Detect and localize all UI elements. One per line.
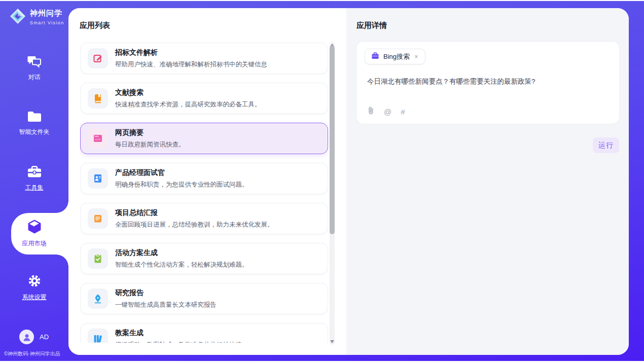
app-description: 全面回顾项目进展，总结经验教训，助力未来优化发展。 bbox=[115, 221, 274, 228]
sidebar-item-chat[interactable]: 对话 bbox=[0, 55, 68, 82]
sidebar-item-system-settings[interactable]: 系统设置 bbox=[0, 274, 68, 302]
list-item-research-report[interactable]: 研究报告 一键智能生成高质量长文本研究报告 bbox=[80, 283, 328, 314]
list-item-event-plan-generation[interactable]: 活动方案生成 智能生成个性化活动方案，轻松解决规划难题。 bbox=[80, 243, 328, 274]
prompt-input-card[interactable]: Bing搜索 × 今日湖北有哪些新闻要点？有哪些需要关注的最新政策? @ # bbox=[356, 41, 620, 124]
app-name: 招标文件解析 bbox=[115, 48, 267, 57]
list-item-webpage-summary-selected[interactable]: </> 网页摘要 每日政府新闻资讯快查。 bbox=[80, 123, 328, 154]
folder-icon bbox=[27, 116, 42, 124]
mention-icon[interactable]: @ bbox=[384, 107, 391, 116]
app-name: 文献搜索 bbox=[115, 88, 261, 97]
tool-tag-label: Bing搜索 bbox=[383, 52, 410, 61]
main-content-card: 应用列表 招标文件解析 帮助用户快速、准确地理解和解析招标书中的关键信息 bbox=[68, 8, 629, 355]
clipboard-check-icon bbox=[88, 248, 108, 269]
list-item-project-summary-report[interactable]: 项目总结汇报 全面回顾项目进展，总结经验教训，助力未来优化发展。 bbox=[80, 203, 328, 234]
app-description: 一键智能生成高质量长文本研究报告 bbox=[115, 301, 217, 308]
tool-tag-bing-search[interactable]: Bing搜索 × bbox=[365, 49, 425, 64]
sidebar-footer-credit: ©神州数码·神州问学出品 bbox=[4, 350, 60, 357]
app-name: 活动方案生成 bbox=[115, 248, 248, 258]
sidebar-item-label: 对话 bbox=[0, 73, 68, 82]
app-list-scrollbar[interactable] bbox=[330, 42, 335, 345]
brand-name: 神州问学 bbox=[30, 9, 64, 17]
scroll-down-icon[interactable] bbox=[330, 340, 334, 343]
app-name: 网页摘要 bbox=[115, 128, 185, 137]
diamond-logo-icon bbox=[9, 8, 26, 27]
brand-logo: 神州问学 Smart Vision bbox=[9, 8, 64, 27]
app-description: 明确身份和职责，为您提供专业性的面试问题。 bbox=[115, 181, 248, 188]
query-text[interactable]: 今日湖北有哪些新闻要点？有哪些需要关注的最新政策? bbox=[367, 77, 609, 86]
sidebar-item-label: 智能文件夹 bbox=[0, 128, 68, 136]
book-icon bbox=[88, 88, 108, 108]
app-description: 每日政府新闻资讯快查。 bbox=[115, 141, 185, 148]
gear-icon bbox=[27, 281, 42, 289]
paperclip-icon[interactable] bbox=[367, 106, 375, 117]
app-list: 招标文件解析 帮助用户快速、准确地理解和解析招标书中的关键信息 文献搜索 快速精… bbox=[80, 43, 328, 343]
sidebar-item-app-market[interactable]: 应用市场 bbox=[0, 219, 68, 248]
app-detail-panel: 应用详情 Bing搜索 × 今日湖北有哪些新闻要点？有哪些需要关注的最新政策? bbox=[346, 8, 629, 355]
briefcase-icon bbox=[371, 51, 380, 62]
app-description: 帮助用户快速、准确地理解和解析招标书中的关键信息 bbox=[115, 61, 267, 68]
interviewer-icon bbox=[88, 168, 108, 189]
toolbox-icon bbox=[27, 171, 42, 180]
app-detail-title: 应用详情 bbox=[356, 21, 387, 30]
list-item-bid-document-analysis[interactable]: 招标文件解析 帮助用户快速、准确地理解和解析招标书中的关键信息 bbox=[80, 43, 328, 74]
sidebar-item-smart-folder[interactable]: 智能文件夹 bbox=[0, 111, 68, 136]
app-name: 教案生成 bbox=[115, 329, 242, 338]
app-description: 智能生成个性化活动方案，轻松解决规划难题。 bbox=[115, 261, 248, 268]
app-description: 快速精准查找学术资源，提高研究效率的必备工具。 bbox=[115, 101, 261, 108]
list-item-lesson-plan-generation[interactable]: 教案生成 模板驱动，教案秒成，教学准备从此轻松快捷 bbox=[80, 323, 328, 343]
brand-subtitle: Smart Vision bbox=[30, 20, 64, 25]
report-calendar-icon bbox=[88, 208, 108, 229]
webpage-code-icon: </> bbox=[88, 128, 108, 149]
svg-text:</>: </> bbox=[95, 138, 101, 141]
input-toolbar: @ # bbox=[367, 106, 405, 117]
edit-document-icon bbox=[88, 48, 108, 68]
app-list-panel: 应用列表 招标文件解析 帮助用户快速、准确地理解和解析招标书中的关键信息 bbox=[68, 8, 346, 355]
sidebar: 神州问学 Smart Vision 对话 智能文件夹 bbox=[0, 1, 68, 361]
app-description: 模板驱动，教案秒成，教学准备从此轻松快捷 bbox=[115, 341, 242, 343]
avatar bbox=[19, 330, 34, 344]
user-initials: AD bbox=[40, 333, 49, 341]
app-name: 项目总结汇报 bbox=[115, 208, 274, 218]
sidebar-item-toolset[interactable]: 工具集 bbox=[0, 165, 68, 192]
sidebar-item-label: 应用市场 bbox=[0, 239, 68, 248]
cube-icon bbox=[27, 227, 42, 236]
sidebar-item-label: 系统设置 bbox=[0, 293, 68, 302]
app-name: 产品经理面试官 bbox=[115, 168, 248, 177]
list-item-literature-search[interactable]: 文献搜索 快速精准查找学术资源，提高研究效率的必备工具。 bbox=[80, 83, 328, 114]
sidebar-item-label: 工具集 bbox=[0, 184, 68, 192]
research-pen-icon bbox=[88, 288, 108, 309]
user-account[interactable]: AD bbox=[19, 330, 49, 344]
scrollbar-thumb[interactable] bbox=[330, 46, 335, 234]
chat-icon bbox=[27, 61, 42, 69]
app-list-title: 应用列表 bbox=[80, 21, 110, 30]
list-item-pm-interviewer[interactable]: 产品经理面试官 明确身份和职责，为您提供专业性的面试问题。 bbox=[80, 163, 328, 194]
books-icon bbox=[88, 329, 108, 343]
close-icon[interactable]: × bbox=[413, 52, 419, 61]
app-name: 研究报告 bbox=[115, 288, 217, 298]
hash-icon[interactable]: # bbox=[401, 107, 405, 116]
run-button[interactable]: 运行 bbox=[593, 137, 619, 153]
